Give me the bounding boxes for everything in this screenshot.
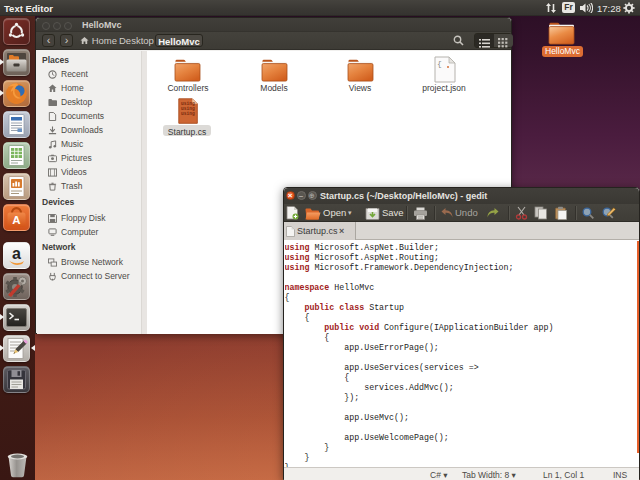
- svg-text:{: {: [437, 59, 442, 68]
- svg-text:A: A: [12, 214, 20, 226]
- svg-text:using: using: [181, 111, 195, 116]
- svg-text:a: a: [12, 245, 21, 262]
